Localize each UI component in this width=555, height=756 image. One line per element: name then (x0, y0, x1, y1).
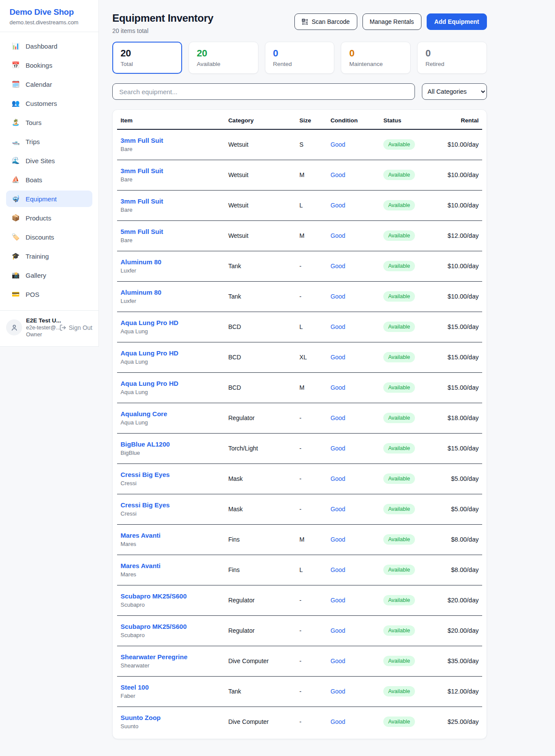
item-cell: Aqua Lung Pro HDAqua Lung (117, 342, 225, 373)
brand-domain: demo.test.divestreams.com (10, 19, 89, 26)
status-badge: Available (383, 261, 415, 271)
rental-price-cell: $12.00/day (437, 221, 482, 251)
item-name-link[interactable]: Aqualung Core (121, 410, 167, 417)
brand-name: Demo Dive Shop (10, 7, 89, 17)
item-name-link[interactable]: Aqua Lung Pro HD (121, 380, 178, 387)
stat-card-maintenance[interactable]: 0Maintenance (341, 42, 411, 74)
condition-link[interactable]: Good (330, 354, 345, 361)
status-cell: Available (380, 221, 437, 251)
sidebar-item-equipment[interactable]: 🤿Equipment (6, 191, 92, 207)
brand-block: Demo Dive Shop demo.test.divestreams.com (0, 0, 98, 32)
size-cell: - (296, 616, 327, 646)
condition-link[interactable]: Good (330, 171, 345, 178)
stat-card-rented[interactable]: 0Rented (265, 42, 335, 74)
page-header: Equipment Inventory 20 items total (112, 12, 487, 34)
stat-card-total[interactable]: 20Total (112, 42, 182, 74)
sidebar-item-tours[interactable]: 🏝️Tours (6, 114, 92, 131)
search-input[interactable] (112, 83, 415, 100)
table-row: Cressi Big EyesCressiMask-GoodAvailable$… (117, 464, 482, 494)
item-name-link[interactable]: Scubapro MK25/S600 (121, 623, 187, 630)
sidebar-item-gallery[interactable]: 📸Gallery (6, 267, 92, 283)
condition-link[interactable]: Good (330, 232, 345, 239)
condition-link[interactable]: Good (330, 202, 345, 209)
condition-cell: Good (327, 221, 380, 251)
status-badge: Available (383, 504, 415, 514)
item-cell: Aluminum 80Luxfer (117, 282, 225, 312)
manage-rentals-label: Manage Rentals (370, 19, 414, 25)
condition-link[interactable]: Good (330, 263, 345, 270)
sidebar-item-boats[interactable]: ⛵Boats (6, 171, 92, 188)
sidebar-item-customers[interactable]: 👥Customers (6, 95, 92, 112)
condition-link[interactable]: Good (330, 566, 345, 573)
sidebar-item-bookings[interactable]: 📅Bookings (6, 57, 92, 73)
item-brand: Luxfer (121, 298, 221, 304)
status-cell: Available (380, 434, 437, 464)
condition-link[interactable]: Good (330, 323, 345, 330)
item-name-link[interactable]: BigBlue AL1200 (121, 440, 170, 448)
condition-link[interactable]: Good (330, 597, 345, 604)
item-name-link[interactable]: Aqua Lung Pro HD (121, 349, 178, 357)
status-badge: Available (383, 443, 415, 454)
add-equipment-button[interactable]: Add Equipment (427, 13, 487, 30)
sidebar-item-trips[interactable]: 🛥️Trips (6, 133, 92, 150)
sidebar-item-dive-sites[interactable]: 🌊Dive Sites (6, 152, 92, 169)
item-name-link[interactable]: Suunto Zoop (121, 714, 160, 721)
item-name-link[interactable]: Scubapro MK25/S600 (121, 592, 187, 600)
table-row: 3mm Full SuitBareWetsuitSGoodAvailable$1… (117, 129, 482, 160)
sidebar-item-discounts[interactable]: 🏷️Discounts (6, 229, 92, 245)
condition-link[interactable]: Good (330, 445, 345, 452)
sign-out-button[interactable]: Sign Out (59, 324, 92, 331)
column-header-rental: Rental (437, 111, 482, 129)
condition-link[interactable]: Good (330, 536, 345, 543)
condition-link[interactable]: Good (330, 506, 345, 513)
condition-cell: Good (327, 282, 380, 312)
status-cell: Available (380, 373, 437, 403)
item-name-link[interactable]: Mares Avanti (121, 532, 160, 539)
item-name-link[interactable]: 3mm Full Suit (121, 137, 163, 144)
item-name-link[interactable]: 3mm Full Suit (121, 167, 163, 174)
item-name-link[interactable]: Cressi Big Eyes (121, 501, 170, 509)
stat-card-retired[interactable]: 0Retired (417, 42, 487, 74)
condition-link[interactable]: Good (330, 414, 345, 421)
status-badge: Available (383, 382, 415, 393)
stat-value: 0 (425, 48, 479, 59)
size-cell: M (296, 221, 327, 251)
sidebar-item-pos[interactable]: 💳POS (6, 286, 92, 302)
condition-link[interactable]: Good (330, 688, 345, 695)
item-name-link[interactable]: Shearwater Peregrine (121, 653, 187, 661)
table-row: Scubapro MK25/S600ScubaproRegulator-Good… (117, 585, 482, 616)
item-name-link[interactable]: Steel 100 (121, 684, 149, 691)
item-name-link[interactable]: Aqua Lung Pro HD (121, 319, 178, 326)
sidebar-item-dashboard[interactable]: 📊Dashboard (6, 38, 92, 54)
size-cell: L (296, 555, 327, 585)
condition-link[interactable]: Good (330, 475, 345, 482)
size-cell: L (296, 191, 327, 221)
condition-link[interactable]: Good (330, 657, 345, 664)
table-header-row: ItemCategorySizeConditionStatusRental (117, 111, 482, 129)
condition-link[interactable]: Good (330, 384, 345, 391)
gallery-icon: 📸 (11, 271, 20, 279)
item-name-link[interactable]: 3mm Full Suit (121, 197, 163, 205)
sidebar-item-products[interactable]: 📦Products (6, 210, 92, 226)
item-name-link[interactable]: 5mm Full Suit (121, 228, 163, 235)
item-name-link[interactable]: Mares Avanti (121, 562, 160, 569)
item-name-link[interactable]: Cressi Big Eyes (121, 471, 170, 478)
sidebar-item-calendar[interactable]: 🗓️Calendar (6, 76, 92, 92)
condition-link[interactable]: Good (330, 293, 345, 300)
scan-barcode-button[interactable]: Scan Barcode (294, 13, 357, 30)
manage-rentals-button[interactable]: Manage Rentals (362, 13, 421, 30)
condition-link[interactable]: Good (330, 141, 345, 148)
status-cell: Available (380, 525, 437, 555)
item-cell: 3mm Full SuitBare (117, 191, 225, 221)
stat-card-available[interactable]: 20Available (189, 42, 258, 74)
category-select[interactable]: All Categories (422, 83, 487, 100)
sidebar-item-training[interactable]: 🎓Training (6, 248, 92, 264)
size-cell: - (296, 494, 327, 525)
condition-link[interactable]: Good (330, 718, 345, 725)
table-row: Suunto ZoopSuuntoDive Computer-GoodAvail… (117, 707, 482, 737)
item-name-link[interactable]: Aluminum 80 (121, 258, 161, 266)
condition-link[interactable]: Good (330, 627, 345, 634)
item-name-link[interactable]: Aluminum 80 (121, 289, 161, 296)
user-meta: E2E Test U... e2e-tester@... Owner (26, 317, 56, 338)
table-row: Steel 100FaberTank-GoodAvailable$12.00/d… (117, 677, 482, 707)
